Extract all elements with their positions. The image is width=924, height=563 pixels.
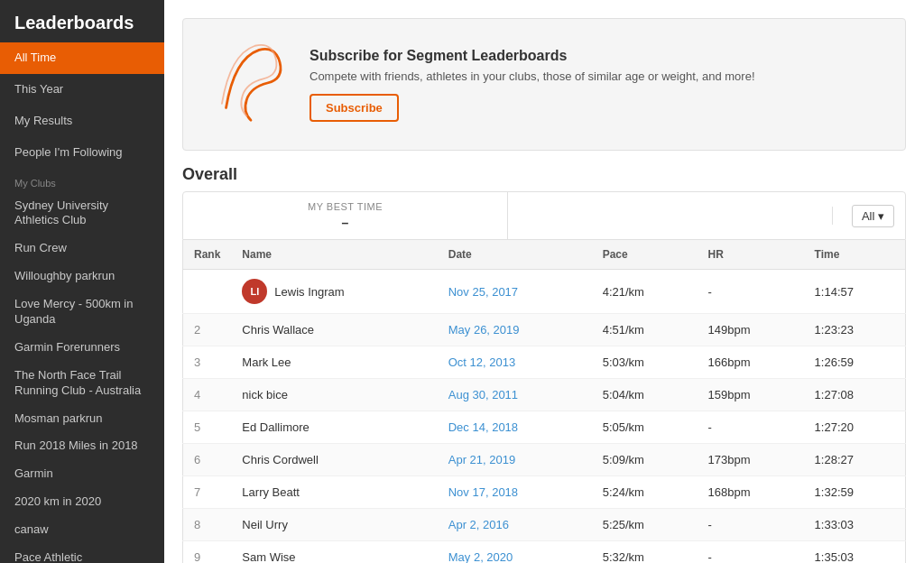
pace-cell: 4:21/km	[592, 270, 698, 314]
sidebar: Leaderboards All Time This Year My Resul…	[0, 0, 164, 563]
date-cell[interactable]: Aug 30, 2011	[438, 379, 592, 411]
my-best-cell: MY BEST TIME –	[183, 192, 508, 239]
time-cell: 1:26:59	[804, 346, 906, 379]
rank-cell: 3	[183, 346, 232, 379]
sidebar-item-my-results[interactable]: My Results	[0, 106, 164, 137]
my-best-value: –	[194, 216, 496, 230]
main-content: Subscribe for Segment Leaderboards Compe…	[164, 0, 924, 563]
sidebar-item-this-year[interactable]: This Year	[0, 74, 164, 106]
time-cell: 1:27:08	[804, 379, 906, 411]
pace-cell: 5:24/km	[592, 476, 698, 509]
sidebar-item-willoughby[interactable]: Willoughby parkrun	[0, 263, 164, 291]
hr-cell: -	[698, 411, 804, 444]
hr-cell: 149bpm	[698, 314, 804, 346]
athlete-name[interactable]: Lewis Ingram	[274, 285, 344, 299]
leaderboard-table: Rank Name Date Pace HR Time LILewis Ingr…	[182, 240, 906, 563]
date-cell[interactable]: Apr 21, 2019	[438, 444, 592, 476]
sidebar-item-canaw[interactable]: canaw	[0, 516, 164, 544]
subscribe-button[interactable]: Subscribe	[310, 94, 399, 122]
date-cell[interactable]: May 26, 2019	[438, 314, 592, 346]
date-cell[interactable]: Dec 14, 2018	[438, 411, 592, 444]
sidebar-item-all-time[interactable]: All Time	[0, 42, 164, 74]
sidebar-item-people-following[interactable]: People I'm Following	[0, 137, 164, 169]
sidebar-item-love-mercy[interactable]: Love Mercy - 500km in Uganda	[0, 291, 164, 334]
date-cell[interactable]: Nov 25, 2017	[438, 270, 592, 314]
name-cell: nick bice	[231, 379, 437, 411]
name-cell: Chris Cordwell	[231, 444, 437, 476]
rank-cell: 9	[183, 541, 232, 564]
banner-text: Subscribe for Segment Leaderboards Compe…	[310, 48, 755, 122]
banner-description: Compete with friends, athletes in your c…	[310, 69, 755, 83]
my-best-time-row: MY BEST TIME – All ▾	[182, 191, 906, 240]
athlete-name[interactable]: Larry Beatt	[242, 485, 300, 499]
name-cell: Chris Wallace	[231, 314, 437, 346]
time-cell: 1:35:03	[804, 541, 906, 564]
athlete-name[interactable]: nick bice	[242, 388, 288, 401]
table-row: 2Chris WallaceMay 26, 20194:51/km149bpm1…	[183, 314, 906, 346]
table-row: 4nick biceAug 30, 20115:04/km159bpm1:27:…	[183, 379, 906, 411]
sidebar-title: Leaderboards	[0, 0, 164, 42]
date-cell[interactable]: May 2, 2020	[438, 541, 592, 564]
rank-cell: 2	[183, 314, 232, 346]
banner-illustration	[201, 33, 291, 135]
col-date: Date	[438, 240, 592, 270]
hr-cell: 168bpm	[698, 476, 804, 509]
rank-cell: 4	[183, 379, 232, 411]
pace-cell: 5:32/km	[592, 541, 698, 564]
hr-cell: 159bpm	[698, 379, 804, 411]
name-cell: Ed Dallimore	[231, 411, 437, 444]
banner-title: Subscribe for Segment Leaderboards	[310, 48, 755, 64]
col-rank: Rank	[183, 240, 232, 270]
hr-cell: 166bpm	[698, 346, 804, 379]
time-cell: 1:14:57	[804, 270, 906, 314]
sidebar-item-run-crew[interactable]: Run Crew	[0, 235, 164, 263]
time-cell: 1:28:27	[804, 444, 906, 476]
sidebar-item-run-2018[interactable]: Run 2018 Miles in 2018	[0, 432, 164, 460]
date-cell[interactable]: Nov 17, 2018	[438, 476, 592, 509]
name-cell: Larry Beatt	[231, 476, 437, 509]
pace-cell: 5:05/km	[592, 411, 698, 444]
table-row: 7Larry BeattNov 17, 20185:24/km168bpm1:3…	[183, 476, 906, 509]
pace-cell: 5:04/km	[592, 379, 698, 411]
pace-cell: 5:09/km	[592, 444, 698, 476]
col-pace: Pace	[592, 240, 698, 270]
overall-section-title: Overall	[164, 165, 924, 191]
filter-cell: All ▾	[833, 196, 905, 236]
sidebar-item-2020km[interactable]: 2020 km in 2020	[0, 488, 164, 516]
my-clubs-label: My Clubs	[0, 169, 164, 192]
sidebar-item-garmin[interactable]: Garmin	[0, 460, 164, 488]
sidebar-item-north-face[interactable]: The North Face Trail Running Club - Aust…	[0, 362, 164, 405]
athlete-name[interactable]: Ed Dallimore	[242, 420, 309, 434]
athlete-name[interactable]: Chris Wallace	[242, 323, 314, 337]
rank-cell	[183, 270, 232, 314]
table-row: 6Chris CordwellApr 21, 20195:09/km173bpm…	[183, 444, 906, 476]
filter-button[interactable]: All ▾	[852, 205, 894, 227]
sidebar-item-sydney-uni[interactable]: Sydney University Athletics Club	[0, 192, 164, 235]
leaderboard-body: LILewis IngramNov 25, 20174:21/km-1:14:5…	[183, 270, 906, 564]
pace-cell: 4:51/km	[592, 314, 698, 346]
rank-cell: 7	[183, 476, 232, 509]
my-best-label: MY BEST TIME	[194, 201, 496, 212]
name-cell: Sam Wise	[231, 541, 437, 564]
my-best-empty-1	[508, 207, 833, 225]
col-hr: HR	[698, 240, 804, 270]
rank-cell: 5	[183, 411, 232, 444]
name-cell: Mark Lee	[231, 346, 437, 379]
clubs-list: Sydney University Athletics ClubRun Crew…	[0, 192, 164, 563]
leaderboard-table-container: MY BEST TIME – All ▾ Rank Name Date Pace…	[182, 191, 906, 563]
athlete-name[interactable]: Neil Urry	[242, 518, 288, 531]
athlete-name[interactable]: Chris Cordwell	[242, 453, 319, 466]
hr-cell: 173bpm	[698, 444, 804, 476]
pace-cell: 5:03/km	[592, 346, 698, 379]
time-cell: 1:32:59	[804, 476, 906, 509]
athlete-name[interactable]: Sam Wise	[242, 550, 295, 563]
athlete-name[interactable]: Mark Lee	[242, 355, 291, 369]
sidebar-item-pace-athletic[interactable]: Pace Athletic	[0, 544, 164, 563]
sidebar-item-garmin-forerunners[interactable]: Garmin Forerunners	[0, 334, 164, 362]
sidebar-item-mosman[interactable]: Mosman parkrun	[0, 405, 164, 433]
date-cell[interactable]: Oct 12, 2013	[438, 346, 592, 379]
subscribe-banner: Subscribe for Segment Leaderboards Compe…	[182, 18, 906, 151]
table-row: 9Sam WiseMay 2, 20205:32/km-1:35:03	[183, 541, 906, 564]
date-cell[interactable]: Apr 2, 2016	[438, 509, 592, 541]
table-row: 8Neil UrryApr 2, 20165:25/km-1:33:03	[183, 509, 906, 541]
